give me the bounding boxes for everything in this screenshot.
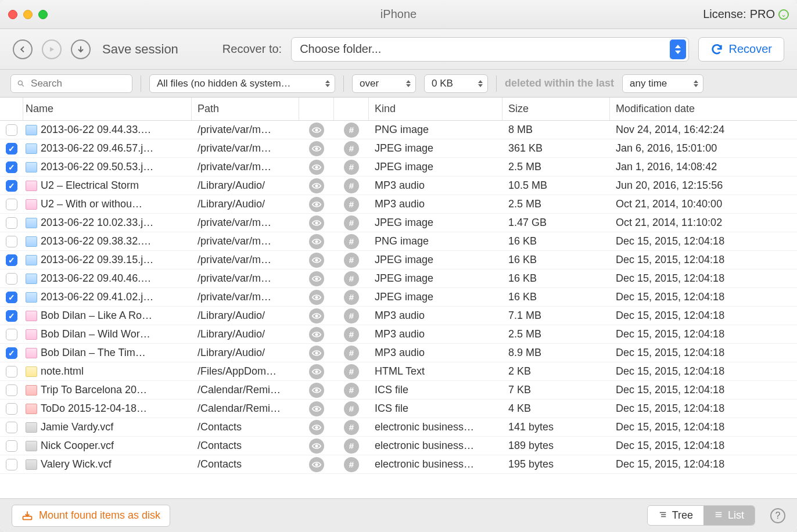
hash-button[interactable]: # xyxy=(344,457,359,472)
column-name[interactable]: Name xyxy=(23,98,192,120)
deleted-time-select[interactable]: any time xyxy=(622,74,703,93)
row-checkbox[interactable] xyxy=(6,384,17,396)
table-row[interactable]: 2013-06-22 09.46.57.j… /private/var/m… #… xyxy=(0,139,797,158)
table-body[interactable]: 2013-06-22 09.44.33.… /private/var/m… # … xyxy=(0,121,797,498)
hash-button[interactable]: # xyxy=(344,197,359,212)
table-row[interactable]: 2013-06-22 09.40.46.… /private/var/m… # … xyxy=(0,269,797,288)
preview-button[interactable] xyxy=(309,290,324,305)
back-button[interactable] xyxy=(13,39,33,59)
column-checkbox[interactable] xyxy=(0,98,23,120)
preview-button[interactable] xyxy=(309,346,324,361)
hash-button[interactable]: # xyxy=(344,178,359,193)
file-filter-select[interactable]: All files (no hidden & system… xyxy=(149,74,335,93)
preview-button[interactable] xyxy=(309,215,324,231)
column-path[interactable]: Path xyxy=(192,98,299,120)
hash-button[interactable]: # xyxy=(344,234,359,249)
preview-button[interactable] xyxy=(309,364,324,379)
table-row[interactable]: note.html /Files/AppDom… # HTML Text 2 K… xyxy=(0,362,797,381)
search-field[interactable] xyxy=(10,74,132,93)
hash-button[interactable]: # xyxy=(344,420,359,435)
table-row[interactable]: Bob Dilan – Wild Wor… /Library/Audio/ # … xyxy=(0,325,797,344)
column-modification-date[interactable]: Modification date xyxy=(610,98,797,120)
row-checkbox[interactable] xyxy=(6,366,17,378)
row-checkbox[interactable] xyxy=(6,124,17,136)
preview-button[interactable] xyxy=(309,327,324,342)
table-row[interactable]: 2013-06-22 09.44.33.… /private/var/m… # … xyxy=(0,121,797,139)
row-checkbox[interactable] xyxy=(6,254,17,266)
preview-button[interactable] xyxy=(309,160,324,175)
hash-button[interactable]: # xyxy=(344,438,359,454)
hash-button[interactable]: # xyxy=(344,271,359,286)
table-row[interactable]: U2 – With or withou… /Library/Audio/ # M… xyxy=(0,195,797,214)
table-row[interactable]: Nick Cooper.vcf /Contacts # electronic b… xyxy=(0,437,797,455)
row-checkbox[interactable] xyxy=(6,161,17,173)
play-button[interactable] xyxy=(42,39,62,59)
row-checkbox[interactable] xyxy=(6,143,17,154)
hash-button[interactable]: # xyxy=(344,253,359,268)
row-checkbox[interactable] xyxy=(6,292,17,303)
row-checkbox[interactable] xyxy=(6,403,17,415)
row-checkbox[interactable] xyxy=(6,459,17,470)
row-checkbox[interactable] xyxy=(6,199,17,210)
preview-button[interactable] xyxy=(309,383,324,398)
tree-view-button[interactable]: Tree xyxy=(648,506,703,525)
hash-button[interactable]: # xyxy=(344,123,359,138)
table-row[interactable]: Bob Dilan – Like A Ro… /Library/Audio/ #… xyxy=(0,307,797,325)
table-row[interactable]: 2013-06-22 09.50.53.j… /private/var/m… #… xyxy=(0,158,797,177)
column-kind[interactable]: Kind xyxy=(369,98,502,120)
list-view-button[interactable]: List xyxy=(703,506,755,525)
preview-button[interactable] xyxy=(309,308,324,323)
preview-button[interactable] xyxy=(309,457,324,472)
preview-button[interactable] xyxy=(309,197,324,212)
column-preview[interactable] xyxy=(299,98,334,120)
hash-button[interactable]: # xyxy=(344,364,359,379)
hash-button[interactable]: # xyxy=(344,160,359,175)
preview-button[interactable] xyxy=(309,438,324,454)
hash-button[interactable]: # xyxy=(344,141,359,156)
table-row[interactable]: Jamie Vardy.vcf /Contacts # electronic b… xyxy=(0,418,797,437)
column-hash[interactable] xyxy=(334,98,369,120)
row-checkbox[interactable] xyxy=(6,217,17,229)
table-row[interactable]: U2 – Electrical Storm /Library/Audio/ # … xyxy=(0,177,797,195)
row-checkbox[interactable] xyxy=(6,347,17,359)
destination-folder-combo[interactable]: Choose folder... xyxy=(291,37,688,62)
size-operator-select[interactable]: over xyxy=(352,74,416,93)
preview-button[interactable] xyxy=(309,141,324,156)
row-checkbox[interactable] xyxy=(6,236,17,247)
preview-button[interactable] xyxy=(309,420,324,435)
table-row[interactable]: Valery Wick.vcf /Contacts # electronic b… xyxy=(0,455,797,474)
size-value-select[interactable]: 0 KB xyxy=(424,74,488,93)
table-row[interactable]: Trip To Barcelona 20… /Calendar/Remi… # … xyxy=(0,381,797,400)
row-checkbox[interactable] xyxy=(6,180,17,192)
hash-button[interactable]: # xyxy=(344,290,359,305)
row-checkbox[interactable] xyxy=(6,310,17,322)
preview-button[interactable] xyxy=(309,178,324,193)
preview-button[interactable] xyxy=(309,253,324,268)
table-row[interactable]: ToDo 2015-12-04-18… /Calendar/Remi… # IC… xyxy=(0,400,797,418)
table-row[interactable]: 2013-06-22 09.41.02.j… /private/var/m… #… xyxy=(0,288,797,307)
row-checkbox[interactable] xyxy=(6,422,17,433)
preview-button[interactable] xyxy=(309,123,324,138)
preview-button[interactable] xyxy=(309,234,324,249)
hash-button[interactable]: # xyxy=(344,215,359,231)
preview-button[interactable] xyxy=(309,271,324,286)
help-button[interactable]: ? xyxy=(770,508,785,523)
table-row[interactable]: 2013-06-22 10.02.33.j… /private/var/m… #… xyxy=(0,214,797,232)
row-checkbox[interactable] xyxy=(6,440,17,452)
hash-button[interactable]: # xyxy=(344,401,359,416)
hash-button[interactable]: # xyxy=(344,308,359,323)
search-input[interactable] xyxy=(30,77,126,90)
table-row[interactable]: Bob Dilan – The Tim… /Library/Audio/ # M… xyxy=(0,344,797,362)
row-checkbox[interactable] xyxy=(6,273,17,285)
table-row[interactable]: 2013-06-22 09.39.15.j… /private/var/m… #… xyxy=(0,251,797,269)
hash-button[interactable]: # xyxy=(344,383,359,398)
mount-items-button[interactable]: Mount found items as disk xyxy=(12,505,170,527)
download-button[interactable] xyxy=(71,39,91,59)
column-size[interactable]: Size xyxy=(502,98,610,120)
recover-button[interactable]: Recover xyxy=(698,37,784,62)
hash-button[interactable]: # xyxy=(344,327,359,342)
table-row[interactable]: 2013-06-22 09.38.32.… /private/var/m… # … xyxy=(0,232,797,251)
row-checkbox[interactable] xyxy=(6,329,17,340)
preview-button[interactable] xyxy=(309,401,324,416)
hash-button[interactable]: # xyxy=(344,346,359,361)
